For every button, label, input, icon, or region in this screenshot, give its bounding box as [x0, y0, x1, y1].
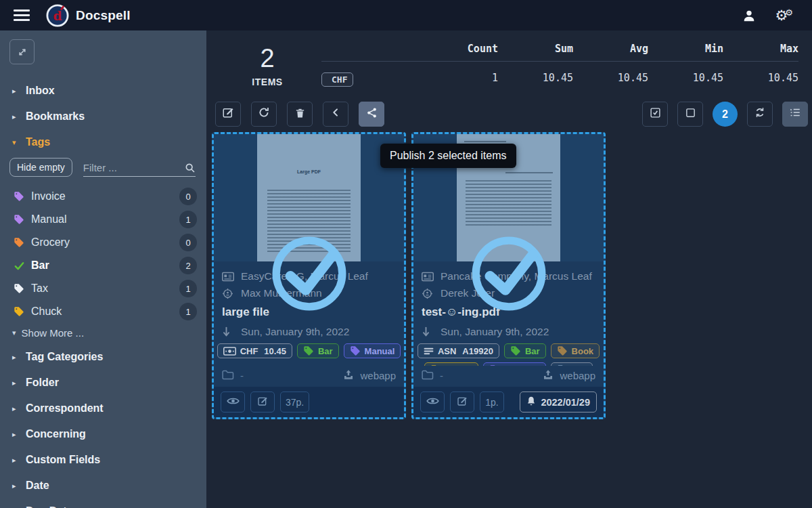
- item-badge-bar: Bar: [504, 343, 546, 358]
- tag-filter-item-grocery[interactable]: Grocery 0: [0, 231, 206, 254]
- reload-button[interactable]: [251, 102, 277, 127]
- menu-icon[interactable]: [14, 9, 30, 21]
- back-button[interactable]: [323, 102, 348, 127]
- person-crosshair-icon: [422, 288, 434, 299]
- sidebar: ▸ Inbox ▸ Bookmarks ▾ Tags Hide empty In…: [0, 30, 206, 508]
- sidebar-section-custom-fields[interactable]: ▸ Custom Fields: [0, 447, 206, 473]
- eye-icon: [426, 396, 439, 408]
- trash-icon: [294, 107, 306, 122]
- sync-icon: [754, 106, 766, 122]
- check-square-icon: [650, 107, 661, 122]
- item-title: large file: [222, 305, 396, 319]
- tag-count-badge: 1: [179, 303, 197, 320]
- check-icon: [14, 260, 31, 272]
- tag-icon: [14, 191, 31, 202]
- chevron-right-icon: ▸: [12, 112, 26, 121]
- stats-value: 10.45: [723, 72, 798, 84]
- table-row: CHF 110.4510.4510.4510.45: [321, 69, 798, 87]
- sidebar-section-date[interactable]: ▸ Date: [0, 473, 206, 499]
- sidebar-section-inbox[interactable]: ▸ Inbox: [0, 78, 206, 104]
- user-icon[interactable]: [742, 8, 757, 23]
- selection-count-badge: 2: [713, 102, 738, 127]
- show-more-link[interactable]: ▾ Show More ...: [0, 323, 206, 344]
- upload-icon: [543, 369, 554, 382]
- folder-icon: [422, 370, 434, 382]
- docspell-logo: d: [46, 4, 69, 27]
- correspondent-line: EasyCare AG, Marcus Leaf: [222, 270, 396, 282]
- edit-icon: [257, 396, 268, 408]
- tag-icon: [350, 345, 361, 356]
- tag-filter-item-manual[interactable]: Manual 1: [0, 208, 206, 231]
- tag-icon: [557, 345, 568, 356]
- sidebar-section-concerning[interactable]: ▸ Concerning: [0, 421, 206, 447]
- publish-tooltip: Publish 2 selected items: [380, 144, 516, 168]
- chevron-right-icon: ▸: [12, 482, 26, 490]
- upload-icon: [343, 369, 354, 382]
- tag-count-badge: 0: [179, 188, 197, 205]
- list-view-button[interactable]: [782, 102, 808, 127]
- sidebar-section-tags[interactable]: ▾ Tags: [0, 129, 206, 155]
- hide-empty-button[interactable]: Hide empty: [9, 158, 72, 177]
- chevron-right-icon: ▸: [12, 404, 26, 413]
- item-badge-chf: CHF10.45: [217, 343, 292, 358]
- item-badge-book: Book: [551, 343, 600, 358]
- stats-column-header: Count: [423, 43, 498, 55]
- correspondent-line: Pancake Company, Marcus Leaf: [422, 270, 595, 282]
- page-count-badge: 1p.: [480, 391, 504, 412]
- chevron-right-icon: ▸: [12, 353, 26, 362]
- tag-filter-item-invoice[interactable]: Invoice 0: [0, 185, 206, 208]
- expand-sidebar-button[interactable]: [9, 39, 35, 64]
- chevron-right-icon: ▸: [12, 379, 26, 387]
- sidebar-section-due-date[interactable]: ▸ Due Date: [0, 499, 206, 508]
- toolbar: 2: [206, 93, 812, 127]
- card-footer-line: - webapp: [214, 366, 404, 387]
- folder-icon: [222, 370, 234, 382]
- tag-filter-item-bar[interactable]: Bar 2: [0, 254, 206, 277]
- sync-button[interactable]: [747, 102, 773, 127]
- person-crosshair-icon: [222, 288, 235, 299]
- deselect-all-button[interactable]: [677, 102, 703, 127]
- edit-icon: [457, 396, 468, 408]
- page-count-badge: 37p.: [280, 391, 309, 412]
- stats-value: 10.45: [648, 72, 723, 84]
- view-item-button[interactable]: [420, 391, 445, 412]
- item-card[interactable]: Pancake Company, Marcus Leaf Derek Jeter…: [411, 132, 606, 419]
- view-item-button[interactable]: [221, 391, 245, 412]
- edit-icon: [222, 106, 234, 122]
- edit-item-button[interactable]: [450, 391, 474, 412]
- item-card[interactable]: Large PDF EasyCare AG, Marcus Leaf: [212, 132, 406, 419]
- delete-button[interactable]: [287, 102, 313, 127]
- item-badge-asn: ASNA19920: [418, 343, 499, 358]
- tag-icon: [14, 214, 31, 225]
- address-card-icon: [222, 272, 235, 282]
- sidebar-section-tag-categories[interactable]: ▸ Tag Categories: [0, 344, 206, 370]
- sidebar-section-correspondent[interactable]: ▸ Correspondent: [0, 396, 206, 421]
- settings-gears-icon[interactable]: ⚙⚙: [775, 7, 793, 24]
- tag-filter-item-chuck[interactable]: Chuck 1: [0, 300, 206, 323]
- share-button[interactable]: [359, 102, 384, 127]
- stats-column-header: Sum: [498, 43, 573, 55]
- currency-badge: CHF: [321, 72, 353, 87]
- main-content: 2 ITEMS CountSumAvgMinMax CHF 110.4510.4…: [206, 30, 812, 508]
- sidebar-section-folder[interactable]: ▸ Folder: [0, 370, 206, 396]
- stats-value: 10.45: [573, 72, 648, 84]
- item-thumbnail: Large PDF: [214, 134, 404, 261]
- card-actions-bar: 37p.: [214, 387, 404, 417]
- tag-icon: [303, 345, 314, 356]
- money-icon: [223, 347, 236, 356]
- tag-filter: [83, 162, 196, 177]
- share-nodes-icon: [366, 107, 378, 122]
- tag-filter-item-tax[interactable]: Tax 1: [0, 277, 206, 300]
- tag-count-badge: 1: [179, 280, 197, 297]
- edit-selected-button[interactable]: [215, 102, 241, 127]
- card-footer-line: - webapp: [413, 366, 604, 387]
- item-badge-bar: Bar: [297, 343, 339, 358]
- svg-text:d: d: [53, 7, 62, 22]
- edit-item-button[interactable]: [250, 391, 275, 412]
- select-all-button[interactable]: [642, 102, 668, 127]
- stats-summary: 2 ITEMS CountSumAvgMinMax CHF 110.4510.4…: [206, 30, 812, 93]
- tag-filter-input[interactable]: [83, 162, 185, 173]
- chevron-down-icon: ▾: [12, 138, 26, 147]
- sidebar-section-bookmarks[interactable]: ▸ Bookmarks: [0, 104, 206, 129]
- item-date-line: Sun, January 9th, 2022: [422, 326, 595, 338]
